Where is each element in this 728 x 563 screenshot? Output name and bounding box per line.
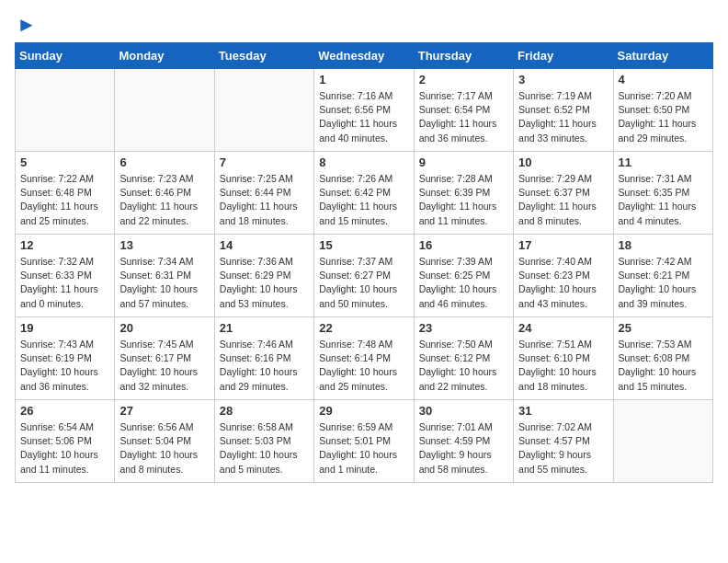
day-number: 8 bbox=[319, 155, 408, 169]
day-header-saturday: Saturday bbox=[613, 43, 712, 69]
day-info: Sunrise: 7:31 AM Sunset: 6:35 PM Dayligh… bbox=[619, 172, 708, 228]
day-info: Sunrise: 7:39 AM Sunset: 6:25 PM Dayligh… bbox=[419, 255, 508, 311]
day-header-monday: Monday bbox=[115, 43, 214, 69]
day-cell: 25Sunrise: 7:53 AM Sunset: 6:08 PM Dayli… bbox=[613, 317, 712, 400]
day-cell: 19Sunrise: 7:43 AM Sunset: 6:19 PM Dayli… bbox=[16, 317, 115, 400]
day-number: 4 bbox=[619, 73, 708, 86]
day-cell bbox=[613, 400, 712, 483]
day-number: 13 bbox=[119, 238, 209, 252]
day-info: Sunrise: 7:20 AM Sunset: 6:50 PM Dayligh… bbox=[619, 89, 708, 145]
day-number: 25 bbox=[619, 321, 708, 335]
day-number: 14 bbox=[220, 238, 309, 252]
day-number: 7 bbox=[220, 155, 309, 169]
day-cell: 9Sunrise: 7:28 AM Sunset: 6:39 PM Daylig… bbox=[414, 152, 513, 235]
day-number: 29 bbox=[319, 404, 408, 418]
calendar-container: ► SundayMondayTuesdayWednesdayThursdayFr… bbox=[0, 0, 728, 563]
day-cell: 2Sunrise: 7:17 AM Sunset: 6:54 PM Daylig… bbox=[414, 69, 513, 152]
day-info: Sunrise: 7:16 AM Sunset: 6:56 PM Dayligh… bbox=[319, 89, 408, 145]
day-info: Sunrise: 7:34 AM Sunset: 6:31 PM Dayligh… bbox=[119, 255, 209, 311]
day-header-wednesday: Wednesday bbox=[314, 43, 414, 69]
day-number: 21 bbox=[220, 321, 309, 335]
day-cell: 1Sunrise: 7:16 AM Sunset: 6:56 PM Daylig… bbox=[314, 69, 414, 152]
day-number: 10 bbox=[518, 155, 608, 169]
day-number: 18 bbox=[619, 238, 708, 252]
day-number: 11 bbox=[619, 155, 708, 169]
week-row-1: 1Sunrise: 7:16 AM Sunset: 6:56 PM Daylig… bbox=[16, 69, 713, 152]
day-number: 15 bbox=[319, 238, 408, 252]
day-header-friday: Friday bbox=[514, 43, 613, 69]
day-cell: 7Sunrise: 7:25 AM Sunset: 6:44 PM Daylig… bbox=[214, 152, 313, 235]
day-number: 6 bbox=[119, 155, 209, 169]
day-cell bbox=[115, 69, 214, 152]
day-info: Sunrise: 7:22 AM Sunset: 6:48 PM Dayligh… bbox=[20, 172, 109, 228]
day-header-tuesday: Tuesday bbox=[214, 43, 313, 69]
day-info: Sunrise: 7:25 AM Sunset: 6:44 PM Dayligh… bbox=[220, 172, 309, 228]
day-number: 22 bbox=[319, 321, 408, 335]
day-info: Sunrise: 7:42 AM Sunset: 6:21 PM Dayligh… bbox=[619, 255, 708, 311]
day-cell: 18Sunrise: 7:42 AM Sunset: 6:21 PM Dayli… bbox=[613, 235, 712, 317]
day-cell: 11Sunrise: 7:31 AM Sunset: 6:35 PM Dayli… bbox=[613, 152, 712, 235]
day-number: 30 bbox=[419, 404, 508, 418]
calendar-table: SundayMondayTuesdayWednesdayThursdayFrid… bbox=[15, 42, 713, 483]
week-row-5: 26Sunrise: 6:54 AM Sunset: 5:06 PM Dayli… bbox=[16, 400, 713, 483]
day-info: Sunrise: 7:53 AM Sunset: 6:08 PM Dayligh… bbox=[619, 338, 708, 394]
day-number: 17 bbox=[518, 238, 608, 252]
day-cell: 24Sunrise: 7:51 AM Sunset: 6:10 PM Dayli… bbox=[514, 317, 613, 400]
day-cell: 23Sunrise: 7:50 AM Sunset: 6:12 PM Dayli… bbox=[414, 317, 513, 400]
day-number: 9 bbox=[419, 155, 508, 169]
header: ► bbox=[15, 15, 713, 35]
day-cell: 21Sunrise: 7:46 AM Sunset: 6:16 PM Dayli… bbox=[214, 317, 313, 400]
day-info: Sunrise: 7:36 AM Sunset: 6:29 PM Dayligh… bbox=[220, 255, 309, 311]
week-row-3: 12Sunrise: 7:32 AM Sunset: 6:33 PM Dayli… bbox=[16, 235, 713, 317]
day-number: 1 bbox=[319, 73, 408, 86]
day-info: Sunrise: 7:26 AM Sunset: 6:42 PM Dayligh… bbox=[319, 172, 408, 228]
day-number: 19 bbox=[20, 321, 109, 335]
day-cell: 22Sunrise: 7:48 AM Sunset: 6:14 PM Dayli… bbox=[314, 317, 414, 400]
day-info: Sunrise: 6:58 AM Sunset: 5:03 PM Dayligh… bbox=[220, 420, 309, 477]
day-info: Sunrise: 7:51 AM Sunset: 6:10 PM Dayligh… bbox=[518, 338, 608, 394]
logo-text-block: ► bbox=[15, 15, 37, 35]
day-info: Sunrise: 7:17 AM Sunset: 6:54 PM Dayligh… bbox=[419, 89, 508, 145]
day-cell: 27Sunrise: 6:56 AM Sunset: 5:04 PM Dayli… bbox=[115, 400, 214, 483]
day-info: Sunrise: 6:56 AM Sunset: 5:04 PM Dayligh… bbox=[119, 420, 209, 477]
day-cell: 30Sunrise: 7:01 AM Sunset: 4:59 PM Dayli… bbox=[414, 400, 513, 483]
day-cell: 31Sunrise: 7:02 AM Sunset: 4:57 PM Dayli… bbox=[514, 400, 613, 483]
day-info: Sunrise: 7:28 AM Sunset: 6:39 PM Dayligh… bbox=[419, 172, 508, 228]
day-number: 5 bbox=[20, 155, 109, 169]
day-info: Sunrise: 7:37 AM Sunset: 6:27 PM Dayligh… bbox=[319, 255, 408, 311]
day-header-thursday: Thursday bbox=[414, 43, 513, 69]
day-number: 12 bbox=[20, 238, 109, 252]
day-cell: 29Sunrise: 6:59 AM Sunset: 5:01 PM Dayli… bbox=[314, 400, 414, 483]
day-cell: 14Sunrise: 7:36 AM Sunset: 6:29 PM Dayli… bbox=[214, 235, 313, 317]
day-info: Sunrise: 7:01 AM Sunset: 4:59 PM Dayligh… bbox=[419, 420, 508, 477]
day-number: 31 bbox=[518, 404, 608, 418]
day-info: Sunrise: 7:02 AM Sunset: 4:57 PM Dayligh… bbox=[518, 420, 608, 477]
day-cell: 8Sunrise: 7:26 AM Sunset: 6:42 PM Daylig… bbox=[314, 152, 414, 235]
day-header-sunday: Sunday bbox=[16, 43, 115, 69]
day-info: Sunrise: 6:54 AM Sunset: 5:06 PM Dayligh… bbox=[20, 420, 109, 477]
day-cell bbox=[16, 69, 115, 152]
logo-arrow-icon: ► bbox=[17, 15, 37, 35]
day-cell: 3Sunrise: 7:19 AM Sunset: 6:52 PM Daylig… bbox=[514, 69, 613, 152]
day-info: Sunrise: 7:32 AM Sunset: 6:33 PM Dayligh… bbox=[20, 255, 109, 311]
day-cell: 4Sunrise: 7:20 AM Sunset: 6:50 PM Daylig… bbox=[613, 69, 712, 152]
day-number: 27 bbox=[119, 404, 209, 418]
day-number: 24 bbox=[518, 321, 608, 335]
day-cell: 13Sunrise: 7:34 AM Sunset: 6:31 PM Dayli… bbox=[115, 235, 214, 317]
day-number: 28 bbox=[220, 404, 309, 418]
day-cell: 28Sunrise: 6:58 AM Sunset: 5:03 PM Dayli… bbox=[214, 400, 313, 483]
day-cell: 10Sunrise: 7:29 AM Sunset: 6:37 PM Dayli… bbox=[514, 152, 613, 235]
day-number: 23 bbox=[419, 321, 508, 335]
day-info: Sunrise: 7:40 AM Sunset: 6:23 PM Dayligh… bbox=[518, 255, 608, 311]
day-cell: 6Sunrise: 7:23 AM Sunset: 6:46 PM Daylig… bbox=[115, 152, 214, 235]
day-info: Sunrise: 7:48 AM Sunset: 6:14 PM Dayligh… bbox=[319, 338, 408, 394]
header-row: SundayMondayTuesdayWednesdayThursdayFrid… bbox=[16, 43, 713, 69]
day-info: Sunrise: 6:59 AM Sunset: 5:01 PM Dayligh… bbox=[319, 420, 408, 477]
logo: ► bbox=[15, 15, 37, 35]
day-number: 16 bbox=[419, 238, 508, 252]
day-info: Sunrise: 7:50 AM Sunset: 6:12 PM Dayligh… bbox=[419, 338, 508, 394]
day-cell: 5Sunrise: 7:22 AM Sunset: 6:48 PM Daylig… bbox=[16, 152, 115, 235]
day-info: Sunrise: 7:43 AM Sunset: 6:19 PM Dayligh… bbox=[20, 338, 109, 394]
day-cell bbox=[214, 69, 313, 152]
day-cell: 17Sunrise: 7:40 AM Sunset: 6:23 PM Dayli… bbox=[514, 235, 613, 317]
